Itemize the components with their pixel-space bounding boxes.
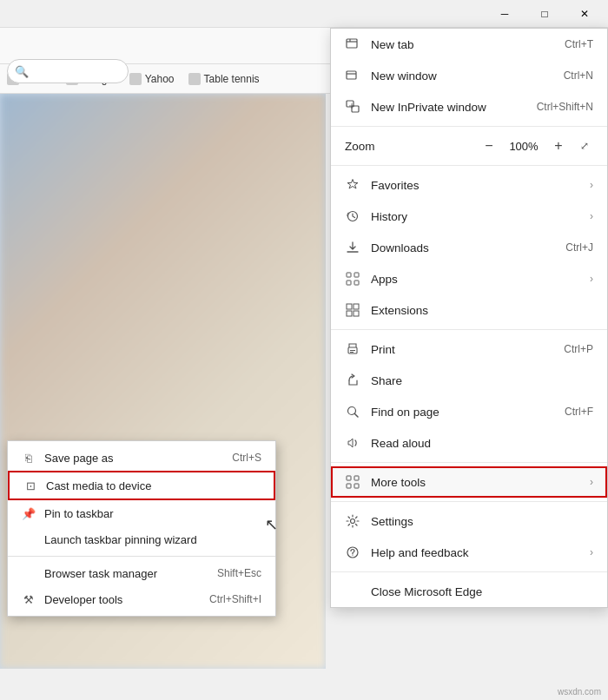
maximize-button[interactable]: □	[525, 0, 565, 28]
ctx-save-page[interactable]: ⎗ Save page as Ctrl+S	[8, 445, 275, 471]
menu-more-tools[interactable]: More tools ›	[331, 466, 607, 498]
ctx-cast-media[interactable]: ⊡ Cast media to device	[8, 471, 275, 500]
zoom-expand-icon[interactable]: ⤢	[576, 137, 593, 155]
menu-history[interactable]: History ›	[331, 201, 607, 232]
menu-new-tab[interactable]: New tab Ctrl+T	[331, 29, 607, 60]
favorites-arrow-icon: ›	[590, 179, 593, 191]
edge-menu: New tab Ctrl+T New window Ctrl+N New InP…	[330, 28, 608, 608]
ctx-wizard-label: Launch taskbar pinning wizard	[44, 533, 197, 546]
menu-settings[interactable]: Settings	[331, 505, 607, 537]
svg-rect-26	[347, 484, 351, 488]
menu-print-label: Print	[371, 343, 553, 356]
svg-rect-18	[354, 311, 359, 316]
menu-favorites[interactable]: Favorites ›	[331, 169, 607, 201]
read-aloud-icon	[345, 435, 360, 451]
menu-find-label: Find on page	[371, 406, 554, 419]
menu-print[interactable]: Print Ctrl+P	[331, 333, 607, 365]
menu-inprivate-label: New InPrivate window	[371, 101, 526, 114]
page-content-area: ⎗ Save page as Ctrl+S ⊡ Cast media to de…	[0, 94, 326, 669]
menu-read-aloud[interactable]: Read aloud	[331, 427, 607, 459]
menu-find-on-page[interactable]: Find on page Ctrl+F	[331, 396, 607, 427]
menu-inprivate[interactable]: New InPrivate window Ctrl+Shift+N	[331, 91, 607, 122]
zoom-plus-button[interactable]: +	[548, 135, 569, 156]
ctx-dev-tools[interactable]: ⚒ Developer tools Ctrl+Shift+I	[8, 586, 275, 612]
history-arrow-icon: ›	[590, 210, 593, 222]
help-arrow-icon: ›	[590, 546, 593, 558]
svg-rect-21	[350, 352, 354, 353]
cast-icon: ⊡	[23, 479, 37, 492]
menu-new-window[interactable]: New window Ctrl+N	[331, 60, 607, 91]
menu-extensions[interactable]: Extensions	[331, 294, 607, 326]
ctx-cast-label: Cast media to device	[46, 479, 151, 492]
ctx-browser-task[interactable]: Browser task manager Shift+Esc	[8, 560, 275, 586]
svg-rect-20	[350, 350, 355, 351]
search-bar[interactable]: 🔍	[7, 59, 129, 83]
menu-find-shortcut: Ctrl+F	[565, 406, 593, 418]
more-tools-arrow-icon: ›	[590, 476, 593, 488]
context-menu: ⎗ Save page as Ctrl+S ⊡ Cast media to de…	[7, 440, 276, 617]
menu-close-edge-label: Close Microsoft Edge	[371, 585, 593, 598]
menu-sep-1	[331, 126, 607, 127]
menu-downloads-label: Downloads	[371, 241, 555, 254]
bookmark-table-tennis[interactable]: Table tennis	[188, 73, 260, 85]
svg-rect-3	[347, 71, 356, 79]
svg-rect-24	[347, 476, 351, 480]
title-bar: ─ □ ✕	[0, 0, 608, 28]
menu-downloads[interactable]: Downloads Ctrl+J	[331, 232, 607, 263]
menu-share[interactable]: Share	[331, 365, 607, 396]
zoom-value: 100%	[506, 140, 541, 153]
apps-icon	[345, 271, 360, 287]
bookmark-icon	[129, 73, 142, 85]
menu-sep-3	[331, 329, 607, 330]
menu-extensions-label: Extensions	[371, 304, 593, 317]
menu-apps[interactable]: Apps ›	[331, 263, 607, 294]
inprivate-icon	[345, 99, 360, 115]
svg-rect-16	[354, 304, 359, 309]
more-tools-icon	[345, 474, 360, 490]
svg-rect-14	[354, 281, 359, 285]
menu-help-feedback[interactable]: Help and feedback ›	[331, 537, 607, 568]
menu-apps-label: Apps	[371, 273, 576, 286]
svg-rect-11	[347, 273, 351, 277]
extensions-icon	[345, 302, 360, 318]
downloads-icon	[345, 240, 360, 255]
ctx-pin-taskbar[interactable]: 📌 Pin to taskbar	[8, 500, 275, 526]
watermark: wsxdn.com	[558, 687, 601, 697]
new-tab-icon	[345, 36, 360, 52]
menu-close-edge[interactable]: Close Microsoft Edge	[331, 576, 607, 607]
pin-icon: 📌	[22, 506, 36, 520]
minimize-button[interactable]: ─	[485, 0, 525, 28]
search-icon: 🔍	[15, 65, 29, 78]
menu-new-tab-label: New tab	[371, 38, 554, 51]
zoom-minus-button[interactable]: −	[479, 135, 499, 156]
menu-favorites-label: Favorites	[371, 179, 576, 192]
svg-rect-12	[354, 273, 359, 277]
menu-new-window-shortcut: Ctrl+N	[564, 69, 593, 82]
close-button[interactable]: ✕	[565, 0, 605, 28]
ctx-dev-shortcut: Ctrl+Shift+I	[209, 593, 261, 605]
menu-history-label: History	[371, 210, 576, 223]
bookmark-yahoo[interactable]: Yahoo	[129, 73, 175, 85]
task-icon	[22, 566, 36, 580]
ctx-pin-label: Pin to taskbar	[44, 507, 114, 520]
menu-new-tab-shortcut: Ctrl+T	[565, 38, 593, 50]
new-window-icon	[345, 68, 360, 83]
ctx-launch-wizard[interactable]: Launch taskbar pinning wizard	[8, 526, 275, 552]
menu-downloads-shortcut: Ctrl+J	[565, 241, 593, 254]
ctx-dev-label: Developer tools	[44, 593, 122, 606]
help-icon	[345, 545, 360, 560]
zoom-row: Zoom − 100% + ⤢	[331, 130, 607, 162]
menu-sep-5	[331, 501, 607, 502]
menu-print-shortcut: Ctrl+P	[564, 343, 593, 355]
svg-rect-15	[347, 304, 352, 309]
share-icon	[345, 373, 360, 388]
ctx-task-shortcut: Shift+Esc	[217, 567, 261, 579]
svg-rect-13	[347, 281, 351, 285]
apps-arrow-icon: ›	[590, 273, 593, 285]
ctx-separator	[8, 556, 275, 557]
svg-line-23	[355, 414, 359, 418]
svg-rect-17	[347, 311, 352, 316]
svg-rect-27	[354, 484, 359, 488]
close-edge-icon	[345, 584, 360, 599]
menu-inprivate-shortcut: Ctrl+Shift+N	[537, 101, 593, 113]
